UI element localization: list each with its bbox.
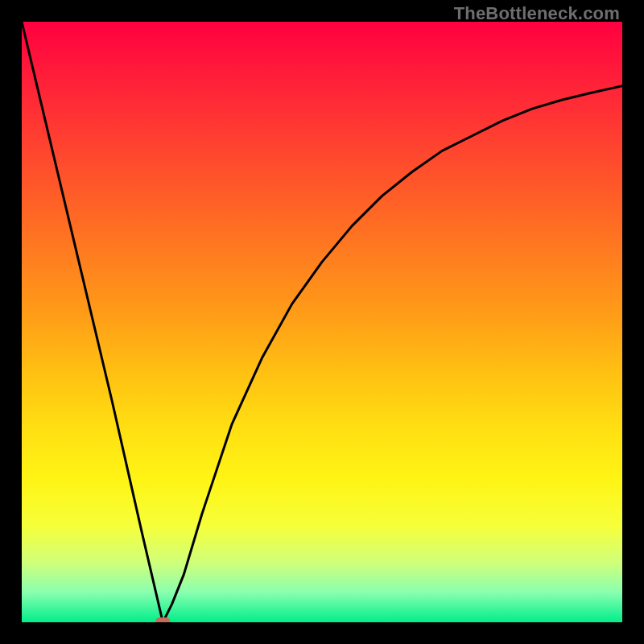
minimum-marker-pill	[155, 617, 170, 622]
curve-layer	[22, 22, 622, 622]
bottleneck-curve	[22, 22, 622, 622]
bottleneck-curve-path	[22, 22, 622, 622]
plot-area	[22, 22, 622, 622]
attribution-label: TheBottleneck.com	[454, 3, 620, 24]
chart-frame: TheBottleneck.com	[0, 0, 644, 644]
minimum-marker	[155, 617, 170, 622]
